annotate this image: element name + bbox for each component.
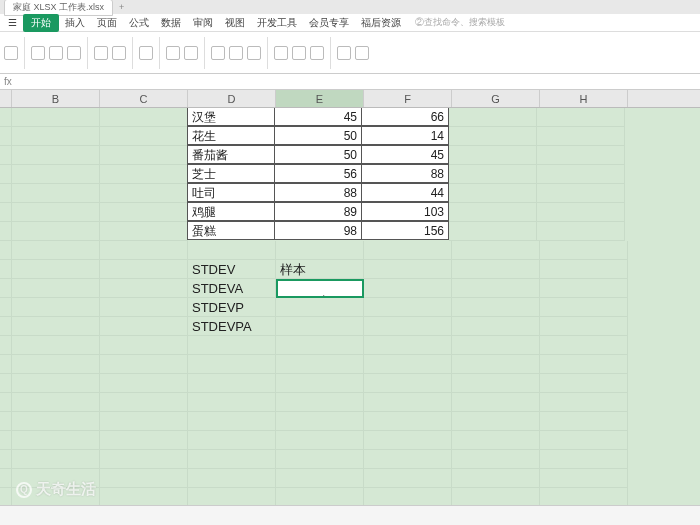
cell[interactable]: [12, 336, 100, 355]
col-header-H[interactable]: H: [540, 90, 628, 107]
cell[interactable]: [364, 260, 452, 279]
cell-H[interactable]: [537, 222, 625, 241]
cell[interactable]: [12, 450, 100, 469]
table-v1[interactable]: 50: [274, 126, 362, 145]
cell[interactable]: [364, 241, 452, 260]
col-header-B[interactable]: B: [12, 90, 100, 107]
table-name[interactable]: 番茄酱: [187, 145, 275, 164]
ribbon-freeze-icon[interactable]: [355, 46, 369, 60]
ribbon-insert-icon[interactable]: [274, 46, 288, 60]
table-name[interactable]: 芝士: [187, 164, 275, 183]
ribbon-bold-icon[interactable]: [49, 46, 63, 60]
cell[interactable]: [452, 374, 540, 393]
cell[interactable]: [188, 393, 276, 412]
cell[interactable]: [452, 298, 540, 317]
cell-G[interactable]: [449, 165, 537, 184]
cell[interactable]: [540, 469, 628, 488]
cell-H[interactable]: [537, 165, 625, 184]
stat-label[interactable]: STDEV: [188, 260, 276, 279]
table-name[interactable]: 鸡腿: [187, 202, 275, 221]
cell[interactable]: [364, 431, 452, 450]
cell[interactable]: [12, 374, 100, 393]
cell[interactable]: [540, 260, 628, 279]
cell[interactable]: [12, 298, 100, 317]
cell-G[interactable]: [449, 127, 537, 146]
cell[interactable]: [100, 374, 188, 393]
cell-G[interactable]: [449, 184, 537, 203]
menu-member[interactable]: 会员专享: [303, 14, 355, 32]
cell[interactable]: [12, 393, 100, 412]
cell[interactable]: [452, 241, 540, 260]
table-v2[interactable]: 66: [361, 107, 449, 126]
cell[interactable]: [452, 488, 540, 505]
cell[interactable]: [276, 298, 364, 317]
cell[interactable]: [364, 450, 452, 469]
cell[interactable]: [364, 393, 452, 412]
sample-label[interactable]: 样本: [276, 260, 364, 279]
cell[interactable]: [540, 336, 628, 355]
cell[interactable]: [100, 241, 188, 260]
cell[interactable]: [12, 355, 100, 374]
cell[interactable]: [188, 488, 276, 505]
cell[interactable]: [276, 336, 364, 355]
ribbon-format-icon[interactable]: [184, 46, 198, 60]
cell[interactable]: [100, 298, 188, 317]
cell[interactable]: [100, 450, 188, 469]
table-v2[interactable]: 88: [361, 164, 449, 183]
table-v2[interactable]: 45: [361, 145, 449, 164]
cell[interactable]: [100, 317, 188, 336]
cell[interactable]: [12, 279, 100, 298]
ribbon-wrap-icon[interactable]: [94, 46, 108, 60]
table-name[interactable]: 汉堡: [187, 107, 275, 126]
cell[interactable]: [276, 241, 364, 260]
cell[interactable]: [364, 469, 452, 488]
cell[interactable]: [100, 279, 188, 298]
cell[interactable]: [12, 260, 100, 279]
cell-B[interactable]: [12, 222, 100, 241]
cell[interactable]: [540, 279, 628, 298]
cell-B[interactable]: [12, 203, 100, 222]
cell[interactable]: [452, 355, 540, 374]
menu-insert[interactable]: 插入: [59, 14, 91, 32]
col-header-E[interactable]: E: [276, 90, 364, 107]
cell-C[interactable]: [100, 127, 188, 146]
cell-C[interactable]: [100, 146, 188, 165]
menu-review[interactable]: 审阅: [187, 14, 219, 32]
cell[interactable]: [364, 336, 452, 355]
cell[interactable]: [188, 241, 276, 260]
cell[interactable]: [452, 336, 540, 355]
cell-G[interactable]: [449, 222, 537, 241]
table-v1[interactable]: 89: [274, 202, 362, 221]
ribbon-merge-icon[interactable]: [112, 46, 126, 60]
menu-formula[interactable]: 公式: [123, 14, 155, 32]
cell[interactable]: [100, 469, 188, 488]
ribbon-font-icon[interactable]: [31, 46, 45, 60]
ribbon-cell-icon[interactable]: [310, 46, 324, 60]
table-name[interactable]: 花生: [187, 126, 275, 145]
table-v1[interactable]: 45: [274, 107, 362, 126]
cell[interactable]: [364, 412, 452, 431]
cell[interactable]: [540, 241, 628, 260]
ribbon-find-icon[interactable]: [337, 46, 351, 60]
col-header-D[interactable]: D: [188, 90, 276, 107]
cell[interactable]: [100, 260, 188, 279]
table-v2[interactable]: 156: [361, 221, 449, 240]
stat-label[interactable]: STDEVP: [188, 298, 276, 317]
cell-H[interactable]: [537, 203, 625, 222]
cell[interactable]: [452, 317, 540, 336]
cell[interactable]: [364, 298, 452, 317]
ribbon-sum-icon[interactable]: [211, 46, 225, 60]
cell[interactable]: [276, 412, 364, 431]
cell-B[interactable]: [12, 108, 100, 127]
menu-resource[interactable]: 福后资源: [355, 14, 407, 32]
active-cell[interactable]: ⊹: [276, 279, 364, 298]
cell[interactable]: [188, 412, 276, 431]
cell[interactable]: [364, 279, 452, 298]
cell[interactable]: [276, 488, 364, 505]
cell[interactable]: [276, 393, 364, 412]
cell[interactable]: [452, 412, 540, 431]
cell[interactable]: [276, 317, 364, 336]
cell-C[interactable]: [100, 203, 188, 222]
table-v2[interactable]: 44: [361, 183, 449, 202]
cell-B[interactable]: [12, 146, 100, 165]
